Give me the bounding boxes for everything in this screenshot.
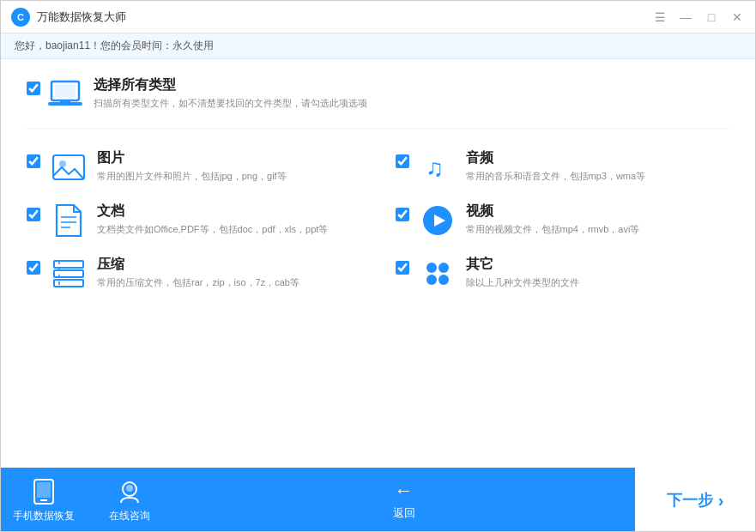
other-icon [420, 256, 456, 292]
compress-text: 压缩 常用的压缩文件，包括rar，zip，iso，7z，cab等 [97, 256, 361, 289]
maximize-button[interactable]: □ [704, 10, 719, 24]
video-desc: 常用的视频文件，包括mp4，rmvb，avi等 [466, 223, 730, 236]
phone-recovery-nav[interactable]: 手机数据恢复 [1, 468, 87, 532]
picture-checkbox-wrap[interactable] [27, 154, 40, 172]
back-button[interactable]: ← 返回 [172, 468, 635, 532]
back-arrow-icon: ← [395, 480, 414, 502]
other-desc: 除以上几种文件类型的文件 [466, 276, 730, 289]
svg-text:♫: ♫ [426, 154, 444, 181]
online-consult-nav[interactable]: 在线咨询 [87, 468, 172, 532]
minimize-button[interactable]: — [678, 10, 693, 24]
compress-checkbox[interactable] [27, 261, 40, 275]
audio-title: 音频 [466, 149, 730, 167]
svg-point-7 [59, 160, 66, 167]
select-all-title: 选择所有类型 [94, 76, 729, 94]
back-label: 返回 [393, 505, 415, 521]
document-text: 文档 文档类文件如Office,PDF等，包括doc，pdf，xls，ppt等 [97, 203, 361, 236]
select-all-checkbox-wrap[interactable] [27, 82, 40, 99]
audio-checkbox[interactable] [396, 154, 409, 168]
compress-icon [51, 256, 87, 292]
svg-point-21 [426, 275, 437, 285]
audio-icon: ♫ [420, 149, 456, 185]
video-title: 视频 [466, 203, 730, 221]
category-picture: 图片 常用的图片文件和照片，包括jpg，png，gif等 [27, 149, 361, 185]
bottom-nav-items: 手机数据恢复 在线咨询 [1, 468, 172, 532]
video-icon [420, 203, 456, 239]
window-controls: ☰ — □ ✕ [652, 10, 745, 24]
select-all-icon [47, 76, 83, 112]
picture-checkbox[interactable] [27, 154, 40, 168]
select-all-row: 选择所有类型 扫描所有类型文件，如不清楚要找回的文件类型，请勾选此项选项 [27, 76, 729, 129]
picture-icon [51, 149, 87, 185]
select-all-checkbox[interactable] [27, 82, 40, 95]
select-all-desc: 扫描所有类型文件，如不清楚要找回的文件类型，请勾选此项选项 [94, 97, 729, 110]
next-arrow-icon: › [718, 491, 724, 511]
category-video: 视频 常用的视频文件，包括mp4，rmvb，avi等 [396, 203, 730, 239]
picture-text: 图片 常用的图片文件和照片，包括jpg，png，gif等 [97, 149, 361, 183]
online-consult-label: 在线咨询 [109, 509, 150, 523]
document-desc: 文档类文件如Office,PDF等，包括doc，pdf，xls，ppt等 [97, 223, 361, 236]
document-checkbox-wrap[interactable] [27, 208, 40, 225]
svg-rect-17 [54, 280, 83, 287]
video-checkbox-wrap[interactable] [396, 208, 409, 225]
svg-point-22 [438, 275, 449, 285]
category-compress: 压缩 常用的压缩文件，包括rar，zip，iso，7z，cab等 [27, 256, 361, 292]
video-checkbox[interactable] [396, 208, 409, 221]
video-text: 视频 常用的视频文件，包括mp4，rmvb，avi等 [466, 203, 730, 236]
document-title: 文档 [97, 203, 361, 221]
info-bar: 您好，baojian11！您的会员时间：永久使用 [1, 33, 755, 59]
document-icon [51, 203, 87, 239]
other-checkbox-wrap[interactable] [396, 261, 409, 278]
compress-checkbox-wrap[interactable] [27, 261, 40, 278]
menu-button[interactable]: ☰ [652, 10, 668, 24]
bottom-bar: 手机数据恢复 在线咨询 ← 返回 下一步 › [1, 468, 755, 532]
phone-recovery-label: 手机数据恢复 [13, 509, 75, 523]
audio-desc: 常用的音乐和语音文件，包括mp3，wma等 [466, 170, 730, 183]
svg-rect-5 [60, 100, 70, 103]
app-title: 万能数据恢复大师 [37, 9, 652, 25]
svg-point-27 [126, 485, 133, 492]
title-bar: C 万能数据恢复大师 ☰ — □ ✕ [1, 1, 755, 33]
other-text: 其它 除以上几种文件类型的文件 [466, 256, 730, 289]
select-all-text: 选择所有类型 扫描所有类型文件，如不清楚要找回的文件类型，请勾选此项选项 [94, 76, 729, 110]
svg-point-20 [438, 263, 449, 273]
category-other: 其它 除以上几种文件类型的文件 [396, 256, 730, 292]
close-button[interactable]: ✕ [729, 10, 745, 24]
consult-icon [116, 478, 143, 505]
category-audio: ♫ 音频 常用的音乐和语音文件，包括mp3，wma等 [396, 149, 730, 185]
main-content: 选择所有类型 扫描所有类型文件，如不清楚要找回的文件类型，请勾选此项选项 图片 … [1, 59, 755, 468]
other-checkbox[interactable] [396, 261, 409, 275]
categories-grid: 图片 常用的图片文件和照片，包括jpg，png，gif等 ♫ 音频 常用的音乐和… [27, 149, 729, 292]
phone-icon [30, 478, 57, 505]
svg-point-19 [426, 263, 437, 273]
svg-rect-6 [53, 155, 84, 179]
next-label: 下一步 [667, 490, 713, 511]
svg-rect-25 [37, 482, 51, 498]
svg-rect-16 [54, 270, 83, 277]
svg-rect-3 [55, 84, 76, 98]
svg-text:C: C [17, 12, 24, 22]
audio-checkbox-wrap[interactable] [396, 154, 409, 172]
user-info-text: 您好，baojian11！您的会员时间：永久使用 [15, 39, 214, 53]
svg-rect-15 [54, 261, 83, 268]
other-title: 其它 [466, 256, 730, 274]
document-checkbox[interactable] [27, 208, 40, 221]
app-logo: C [11, 8, 30, 27]
next-button[interactable]: 下一步 › [635, 468, 755, 532]
picture-desc: 常用的图片文件和照片，包括jpg，png，gif等 [97, 170, 361, 183]
picture-title: 图片 [97, 149, 361, 167]
category-document: 文档 文档类文件如Office,PDF等，包括doc，pdf，xls，ppt等 [27, 203, 361, 239]
compress-title: 压缩 [97, 256, 361, 274]
compress-desc: 常用的压缩文件，包括rar，zip，iso，7z，cab等 [97, 276, 361, 289]
audio-text: 音频 常用的音乐和语音文件，包括mp3，wma等 [466, 149, 730, 183]
